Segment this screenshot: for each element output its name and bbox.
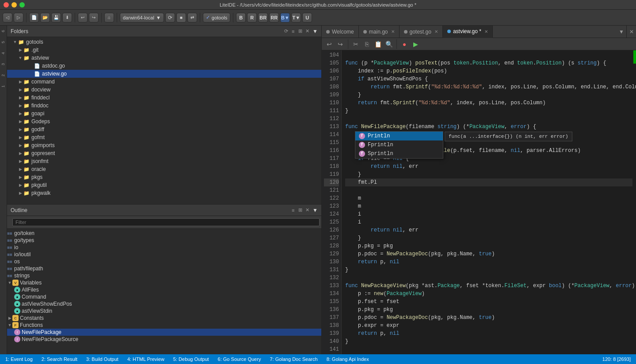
tree-item-astdoc[interactable]: 📄 astdoc.go: [7, 62, 321, 70]
outline-item-newfilepackagesource[interactable]: f NewFilePackageSource: [7, 336, 321, 343]
tab-astviewgo[interactable]: astview.go * ✕: [443, 26, 493, 38]
tree-item-godeps[interactable]: ▶ 📁 Godeps: [7, 118, 321, 125]
outline-item-command[interactable]: ● Command: [7, 293, 321, 300]
redo-btn[interactable]: ↪: [89, 13, 99, 23]
rebuild-btn[interactable]: RR: [269, 13, 279, 23]
tree-item-goapi[interactable]: ▶ 📁 goapi: [7, 110, 321, 118]
status-golangdoc[interactable]: 7: Golang Doc Search: [268, 356, 319, 362]
open-file-btn[interactable]: 📂: [40, 13, 50, 23]
outline-item-allfiles[interactable]: ● AllFiles: [7, 286, 321, 293]
tab-gotestgo[interactable]: gotest.go ✕: [400, 26, 443, 38]
code-content[interactable]: func (p *PackageView) posText(pos token.…: [342, 50, 636, 354]
tree-item-git[interactable]: ▶ 📁 .git: [7, 46, 321, 54]
side-tab-openeditor[interactable]: 2: [0, 70, 7, 81]
side-tab-package[interactable]: 5: [0, 37, 7, 48]
tree-item-oracle[interactable]: ▶ 📁 oracle: [7, 165, 321, 173]
package-combo[interactable]: ✓ gotools: [203, 13, 230, 23]
folder-layout-btn[interactable]: ⊞: [297, 28, 304, 35]
tree-item-godiff[interactable]: ▶ 📁 godiff: [7, 125, 321, 133]
tab-scroll-right[interactable]: ▼: [617, 26, 626, 38]
close-button[interactable]: [4, 2, 9, 8]
run-btn[interactable]: B: [236, 13, 246, 23]
undo-edit-btn[interactable]: ↩: [324, 39, 334, 49]
folder-settings-btn[interactable]: ≡: [289, 28, 297, 35]
nav-forward-btn[interactable]: ▷: [14, 13, 23, 23]
tree-item-command[interactable]: ▶ 📁 command: [7, 78, 321, 86]
tree-item-gofmt[interactable]: ▶ 📁 gofmt: [7, 133, 321, 141]
outline-item-io[interactable]: ≡≡ io: [7, 244, 321, 251]
home-btn[interactable]: ⌂: [104, 13, 114, 23]
folder-sync-btn[interactable]: ⟳: [282, 28, 289, 35]
outline-item-astviewendpos[interactable]: ● astViewShowEndPos: [7, 300, 321, 307]
tab-close-maingo[interactable]: ✕: [391, 29, 395, 34]
paste-btn[interactable]: 📋: [373, 39, 383, 49]
save-all-btn[interactable]: ⬇: [62, 13, 72, 23]
stop-run-btn[interactable]: ●: [400, 39, 409, 49]
find-btn[interactable]: 🔍: [384, 39, 394, 49]
ac-item-println[interactable]: f Println: [355, 132, 443, 140]
side-tab-fs2[interactable]: 1: [0, 81, 7, 92]
debug-btn[interactable]: R: [247, 13, 257, 23]
status-debugoutput[interactable]: 5: Debug Output: [171, 356, 211, 362]
tree-item-pkgwalk[interactable]: ▶ 📁 pkgwalk: [7, 189, 321, 197]
sync-btn[interactable]: ⇄: [187, 13, 197, 23]
redo-edit-btn[interactable]: ↪: [335, 39, 345, 49]
outline-item-ioioutil[interactable]: ≡≡ io/ioutil: [7, 251, 321, 258]
build-btn[interactable]: B▼: [280, 13, 290, 23]
tree-item-astview-go[interactable]: 📄 astview.go: [7, 70, 321, 78]
outline-item-astviewstdin[interactable]: ● astViewStdin: [7, 307, 321, 315]
tree-item-pkgutil[interactable]: ▶ 📁 pkgutil: [7, 181, 321, 189]
new-file-btn[interactable]: 📄: [29, 13, 39, 23]
ac-item-sprintln[interactable]: f Sprintln: [355, 149, 443, 158]
update-btn[interactable]: U: [302, 13, 312, 23]
tree-item-finddecl[interactable]: ▶ 📁 finddecl: [7, 94, 321, 102]
save-btn[interactable]: 💾: [51, 13, 61, 23]
tab-close-astviewgo[interactable]: ✕: [484, 29, 488, 34]
outline-group-functions[interactable]: ▼ F Functions: [7, 322, 321, 329]
tree-item-astview[interactable]: ▼ 📁 astview: [7, 54, 321, 62]
tree-item-goimports[interactable]: ▶ 📁 goimports: [7, 141, 321, 149]
nav-back-btn[interactable]: ◁: [3, 13, 12, 23]
outline-group-constants[interactable]: ▶ C Constants: [7, 315, 321, 322]
tree-item-jsonfmt[interactable]: ▶ 📁 jsonfmt: [7, 157, 321, 165]
outline-close-btn[interactable]: ✕: [304, 207, 311, 214]
tree-item-docview[interactable]: ▶ 📁 docview: [7, 86, 321, 94]
tab-close-all[interactable]: ✕: [626, 26, 636, 38]
copy-btn[interactable]: ⎘: [362, 39, 372, 49]
tab-maingo[interactable]: main.go ✕: [359, 26, 400, 38]
status-buildoutput[interactable]: 3: Build Output: [84, 356, 120, 362]
test-btn[interactable]: T▼: [291, 13, 301, 23]
minimize-button[interactable]: [11, 2, 17, 8]
outline-filter-input[interactable]: [12, 218, 320, 226]
maximize-button[interactable]: [19, 2, 25, 8]
undo-btn[interactable]: ↩: [78, 13, 88, 23]
outline-item-strings[interactable]: ≡≡ strings: [7, 272, 321, 279]
tree-item-finddoc[interactable]: ▶ 📁 finddoc: [7, 102, 321, 110]
outline-item-gotoken[interactable]: ≡≡ go/token: [7, 230, 321, 237]
outline-layout-btn[interactable]: ⊞: [297, 207, 304, 214]
refresh-btn[interactable]: ⟳: [165, 13, 175, 23]
outline-group-variables[interactable]: ▼ V Variables: [7, 279, 321, 286]
tree-item-gopresent[interactable]: ▶ 📁 gopresent: [7, 149, 321, 157]
ac-item-fprintln[interactable]: f Fprintln: [355, 140, 443, 149]
build-target-combo[interactable]: darwin64-local ▼: [120, 13, 164, 23]
cut-btn[interactable]: ✂: [351, 39, 361, 49]
outline-combo-arrow[interactable]: ▼: [312, 207, 318, 213]
outline-item-gotypes[interactable]: ≡≡ go/types: [7, 237, 321, 244]
status-htmlpreview[interactable]: 4: HTML Preview: [126, 356, 166, 362]
tab-close-gotestgo[interactable]: ✕: [434, 29, 438, 34]
tree-item-gotools[interactable]: ▼ 📁 gotools: [7, 38, 321, 46]
status-eventlog[interactable]: 1: Event Log: [4, 356, 34, 362]
status-searchresult[interactable]: 2: Search Result: [40, 356, 79, 362]
side-tab-classview[interactable]: 3: [0, 59, 7, 70]
outline-item-os[interactable]: ≡≡ os: [7, 258, 321, 265]
outline-item-newfilepackage[interactable]: f NewFilePackage: [7, 329, 321, 336]
combo-arrow[interactable]: ▼: [312, 28, 318, 34]
outline-item-pathfilepath[interactable]: ≡≡ path/filepath: [7, 265, 321, 272]
tab-welcome[interactable]: Welcome: [322, 26, 359, 38]
status-gosourcequery[interactable]: 6: Go Source Query: [216, 356, 263, 362]
stop-btn[interactable]: ■: [176, 13, 186, 23]
outline-settings-btn[interactable]: ≡: [289, 207, 297, 214]
status-golangapi[interactable]: 8: Golang Api Index: [325, 356, 371, 362]
side-tab-filesystem[interactable]: 6: [0, 26, 7, 37]
